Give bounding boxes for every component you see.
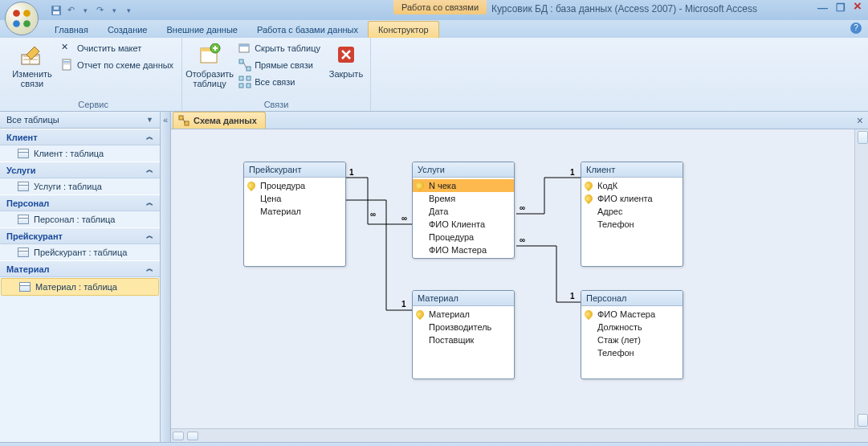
nav-group-uslugi[interactable]: Услуги︽ [0,162,160,178]
field-ncheka[interactable]: N чека [413,179,514,192]
close-relationships-button[interactable]: Закрыть [327,40,365,98]
clear-layout-button[interactable]: ✕Очистить макет [58,40,177,56]
relationship-report-button[interactable]: Отчет по схеме данных [58,57,177,73]
field-fioklienta[interactable]: ФИО Клиента [413,218,514,231]
table-material[interactable]: Материал Материал Производитель Поставщи… [412,290,515,379]
field-telefon[interactable]: Телефон [581,346,683,359]
cardinality-inf: ∞ [370,210,376,219]
svg-rect-17 [247,67,251,71]
table-header[interactable]: Услуги [413,162,514,178]
tab-home[interactable]: Главная [45,22,98,38]
field-procedura[interactable]: Процедура [244,179,345,192]
tab-external[interactable]: Внешние данные [157,22,247,38]
cardinality-inf: ∞ [520,203,525,212]
relationships-icon [178,115,189,126]
field-adres[interactable]: Адрес [581,205,683,218]
svg-rect-9 [63,61,70,63]
vertical-scrollbar[interactable] [854,129,868,428]
cardinality-1: 1 [570,168,575,177]
qat-customize-icon[interactable]: ▾ [122,4,135,17]
all-relationships-button[interactable]: Все связи [235,74,324,90]
nav-item-preiskurant[interactable]: Прейскурант : таблица [0,244,160,260]
tab-create[interactable]: Создание [98,22,157,38]
title-bar: ↶ ▾ ↷ ▾ ▾ Работа со связями Курсовик БД … [0,0,868,20]
nav-group-material[interactable]: Материал︽ [0,260,160,277]
relationships-canvas[interactable]: 1 ∞ ∞ 1 ∞ 1 ∞ 1 Прейскурант Процедура Це… [171,129,868,442]
table-icon [18,248,29,257]
field-proizvoditel[interactable]: Производитель [413,321,514,333]
field-postavshik[interactable]: Поставщик [413,333,514,346]
field-data[interactable]: Дата [413,205,514,218]
restore-button[interactable]: ❐ [836,2,846,14]
svg-point-2 [13,20,20,27]
table-header[interactable]: Клиент [581,162,683,178]
office-button[interactable] [5,2,39,35]
field-fiomastera[interactable]: ФИО Мастера [413,243,514,256]
svg-rect-10 [63,63,70,64]
field-stazh[interactable]: Стаж (лет) [581,333,683,346]
table-header[interactable]: Прейскурант [244,162,345,178]
svg-rect-6 [54,6,59,10]
minimize-button[interactable]: — [817,2,828,14]
table-header[interactable]: Персонал [581,291,683,306]
field-fioklienta[interactable]: ФИО клиента [581,192,683,205]
field-material[interactable]: Материал [413,308,514,321]
tab-design[interactable]: Конструктор [368,21,439,38]
field-dolzhnost[interactable]: Должность [581,321,683,333]
undo-icon[interactable]: ↶ [64,4,77,17]
redo-icon[interactable]: ↷ [93,4,106,17]
doc-tab-schema[interactable]: Схема данных [173,112,266,129]
ribbon-group-relationships: Связи [187,98,365,111]
svg-rect-24 [185,121,189,125]
nav-item-klient[interactable]: Клиент : таблица [0,145,160,162]
nav-item-personal[interactable]: Персонал : таблица [0,211,160,227]
table-uslugi[interactable]: Услуги N чека Время Дата ФИО Клиента Про… [412,162,515,259]
field-procedura[interactable]: Процедура [413,231,514,243]
field-cena[interactable]: Цена [244,192,345,205]
quick-access-toolbar: ↶ ▾ ↷ ▾ ▾ [45,1,140,19]
svg-rect-15 [239,44,249,47]
table-icon [18,149,29,158]
tab-dbtools[interactable]: Работа с базами данных [247,22,368,38]
ribbon-group-service: Сервис [10,98,177,111]
field-telefon[interactable]: Телефон [581,218,683,231]
svg-point-0 [13,10,20,17]
svg-point-3 [23,20,31,27]
field-material[interactable]: Материал [244,205,345,218]
nav-item-material[interactable]: Материал : таблица [1,278,159,296]
navigation-pane: Все таблицы▼ Клиент︽ Клиент : таблица Ус… [0,112,161,442]
table-icon [18,182,29,191]
hide-table-button[interactable]: Скрыть таблицу [235,40,324,56]
table-header[interactable]: Материал [413,291,514,306]
save-icon[interactable] [50,4,63,17]
nav-group-personal[interactable]: Персонал︽ [0,194,160,211]
nav-shutter-button[interactable]: « [161,112,171,442]
nav-pane-header[interactable]: Все таблицы▼ [0,112,160,129]
nav-group-klient[interactable]: Клиент︽ [0,129,160,145]
nav-group-preiskurant[interactable]: Прейскурант︽ [0,227,160,244]
document-tab-bar: Схема данных × [171,112,868,129]
table-icon [18,215,29,224]
svg-point-1 [23,10,31,17]
field-fiomastera[interactable]: ФИО Мастера [581,308,683,321]
svg-rect-8 [63,59,71,70]
undo-dropdown-icon[interactable]: ▾ [79,4,92,17]
table-klient[interactable]: Клиент КодК ФИО клиента Адрес Телефон [581,162,683,267]
field-vremya[interactable]: Время [413,192,514,205]
svg-rect-23 [179,116,183,120]
field-kodk[interactable]: КодК [581,179,683,192]
close-button[interactable]: × [854,2,862,14]
help-icon[interactable]: ? [850,23,862,34]
table-personal[interactable]: Персонал ФИО Мастера Должность Стаж (лет… [581,290,683,379]
cardinality-1: 1 [349,168,354,177]
svg-rect-18 [239,76,243,80]
nav-item-uslugi[interactable]: Услуги : таблица [0,178,160,194]
show-table-button[interactable]: Отобразить таблицу [187,40,232,98]
doc-close-button[interactable]: × [857,114,863,127]
direct-relationships-button[interactable]: Прямые связи [235,57,324,73]
svg-rect-21 [247,84,251,88]
redo-dropdown-icon[interactable]: ▾ [108,4,120,17]
horizontal-scrollbar[interactable] [171,428,868,442]
table-preiskurant[interactable]: Прейскурант Процедура Цена Материал [243,162,346,267]
edit-relationships-button[interactable]: Изменить связи [10,40,55,98]
